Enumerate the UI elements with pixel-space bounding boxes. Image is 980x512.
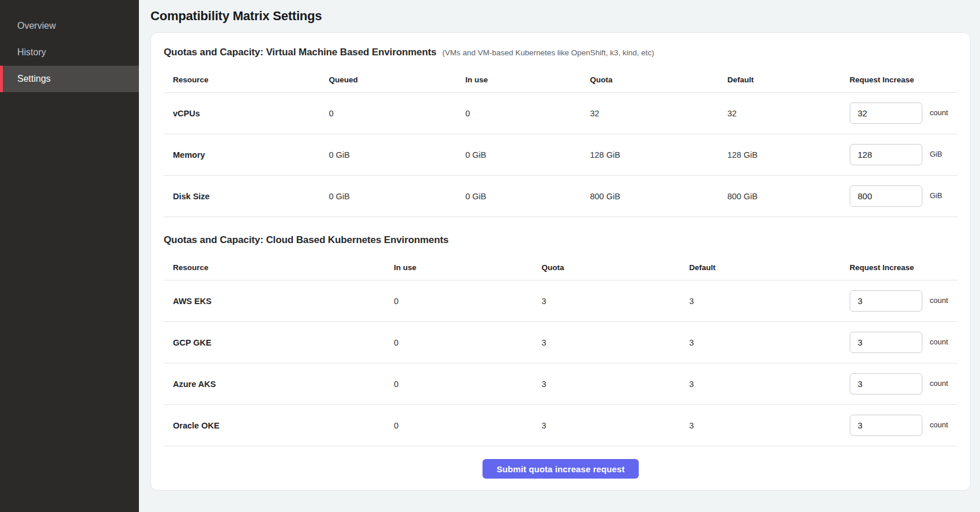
cell-in-use: 0 GiB: [465, 150, 590, 160]
unit-label: count: [930, 420, 948, 429]
cell-resource: Oracle OKE: [164, 421, 394, 430]
unit-label: count: [930, 379, 948, 388]
cell-quota: 3: [541, 380, 689, 389]
column-header-default: Default: [728, 75, 850, 84]
sidebar-item-label: Settings: [17, 74, 51, 84]
cloud-section-header: Quotas and Capacity: Cloud Based Kuberne…: [164, 234, 958, 246]
cell-in-use: 0: [465, 109, 590, 118]
column-header-resource: Resource: [164, 75, 329, 84]
button-row: Submit quota increase request: [164, 459, 958, 479]
cell-default: 3: [689, 421, 850, 430]
sidebar-item-overview[interactable]: Overview: [0, 13, 139, 39]
unit-label: count: [930, 337, 948, 346]
unit-label: count: [930, 296, 948, 305]
cloud-section-title: Quotas and Capacity: Cloud Based Kuberne…: [164, 234, 448, 246]
vm-section-subtitle: (VMs and VM-based Kubernetes like OpenSh…: [442, 48, 654, 57]
column-header-request-increase: Request Increase: [850, 75, 958, 84]
vcpus-request-increase-input[interactable]: [850, 103, 922, 124]
unit-label: GiB: [930, 191, 943, 200]
cell-default: 3: [689, 297, 850, 306]
cloud-quota-table: Resource In use Quota Default Request In…: [164, 255, 958, 446]
table-header-row: Resource In use Quota Default Request In…: [164, 255, 958, 280]
sidebar-item-label: Overview: [17, 21, 56, 31]
column-header-default: Default: [689, 263, 850, 272]
disk-size-request-increase-input[interactable]: [850, 185, 922, 207]
cell-in-use: 0 GiB: [465, 192, 590, 201]
cell-quota: 128 GiB: [590, 150, 727, 160]
cell-in-use: 0: [394, 297, 541, 306]
cell-quota: 32: [590, 109, 727, 118]
column-header-request-increase: Request Increase: [850, 263, 958, 272]
cell-quota: 800 GiB: [590, 192, 727, 201]
cell-queued: 0 GiB: [329, 150, 465, 160]
cell-default: 128 GiB: [728, 150, 850, 160]
table-row: Oracle OKE 0 3 3 count: [164, 405, 958, 446]
sidebar-item-settings[interactable]: Settings: [0, 66, 139, 92]
vm-section-header: Quotas and Capacity: Virtual Machine Bas…: [164, 47, 958, 58]
cell-resource: Disk Size: [164, 192, 329, 201]
aws-eks-request-increase-input[interactable]: [850, 290, 922, 312]
cell-in-use: 0: [394, 338, 541, 347]
memory-request-increase-input[interactable]: [850, 144, 922, 165]
gcp-gke-request-increase-input[interactable]: [850, 332, 922, 353]
cell-default: 32: [728, 109, 850, 118]
cell-quota: 3: [541, 421, 689, 430]
table-row: AWS EKS 0 3 3 count: [164, 280, 958, 322]
cell-queued: 0 GiB: [329, 192, 465, 201]
table-header-row: Resource Queued In use Quota Default Req…: [164, 67, 958, 93]
cell-quota: 3: [541, 338, 689, 347]
cell-in-use: 0: [394, 380, 541, 389]
sidebar-item-label: History: [17, 47, 46, 58]
cell-resource: Azure AKS: [164, 380, 394, 389]
cell-default: 800 GiB: [728, 192, 850, 201]
azure-aks-request-increase-input[interactable]: [850, 373, 922, 395]
table-row: Disk Size 0 GiB 0 GiB 800 GiB 800 GiB Gi…: [164, 176, 958, 217]
active-indicator: [0, 66, 3, 92]
unit-label: GiB: [930, 150, 943, 158]
vm-section-title: Quotas and Capacity: Virtual Machine Bas…: [164, 47, 436, 58]
column-header-quota: Quota: [541, 263, 689, 272]
column-header-in-use: In use: [394, 263, 541, 272]
cell-resource: AWS EKS: [164, 297, 394, 306]
main-content: Compatibility Matrix Settings Quotas and…: [139, 0, 980, 512]
sidebar-item-history[interactable]: History: [0, 39, 139, 66]
cell-resource: vCPUs: [164, 109, 329, 118]
column-header-in-use: In use: [465, 75, 590, 84]
cell-queued: 0: [329, 109, 465, 118]
cell-resource: Memory: [164, 150, 329, 160]
column-header-quota: Quota: [590, 75, 727, 84]
cell-default: 3: [689, 380, 850, 389]
table-row: vCPUs 0 0 32 32 count: [164, 93, 958, 134]
oracle-oke-request-increase-input[interactable]: [850, 415, 922, 436]
column-header-queued: Queued: [329, 75, 465, 84]
cell-in-use: 0: [394, 421, 541, 430]
column-header-resource: Resource: [164, 263, 394, 272]
table-row: Azure AKS 0 3 3 count: [164, 363, 958, 405]
unit-label: count: [930, 108, 948, 117]
sidebar: Overview History Settings: [0, 0, 139, 512]
table-row: GCP GKE 0 3 3 count: [164, 322, 958, 363]
submit-quota-increase-button[interactable]: Submit quota increase request: [483, 459, 638, 479]
cell-resource: GCP GKE: [164, 338, 394, 347]
settings-card: Quotas and Capacity: Virtual Machine Bas…: [150, 32, 971, 491]
vm-quota-table: Resource Queued In use Quota Default Req…: [164, 67, 958, 217]
cell-quota: 3: [541, 297, 689, 306]
cell-default: 3: [689, 338, 850, 347]
table-row: Memory 0 GiB 0 GiB 128 GiB 128 GiB GiB: [164, 134, 958, 176]
page-title: Compatibility Matrix Settings: [150, 9, 971, 24]
